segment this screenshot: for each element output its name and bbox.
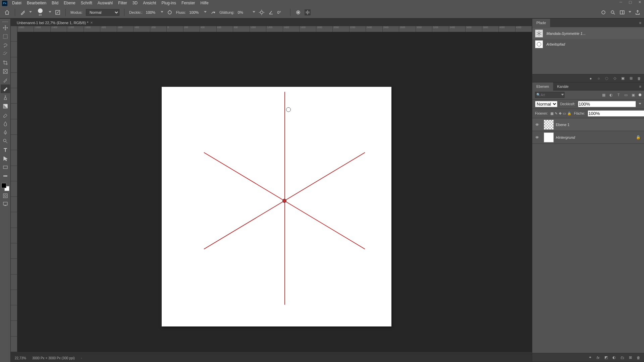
panel-menu-icon[interactable]: ≡: [637, 21, 644, 25]
tool-preset-dropdown[interactable]: [29, 11, 32, 14]
lock-artboard-icon[interactable]: ▭: [563, 112, 566, 115]
workspace-dropdown[interactable]: [629, 11, 631, 14]
type-tool[interactable]: [1, 145, 10, 154]
menu-bild[interactable]: Bild: [49, 0, 61, 6]
share-icon[interactable]: [635, 9, 641, 15]
cloud-docs-icon[interactable]: [600, 9, 606, 15]
flow-input[interactable]: [189, 10, 201, 14]
layer-opacity-input[interactable]: [578, 101, 636, 107]
pressure-size-icon[interactable]: [295, 9, 301, 15]
layer-blend-mode-select[interactable]: Normal: [535, 101, 557, 107]
menu-3d[interactable]: 3D: [130, 0, 140, 6]
pressure-opacity-icon[interactable]: [167, 9, 173, 15]
document-tab[interactable]: Unbenannt-1 bei 22,7% (Ebene 1, RGB/8) *…: [13, 19, 96, 26]
marquee-tool[interactable]: [1, 32, 10, 41]
pen-tool[interactable]: [1, 128, 10, 137]
brush-panel-icon[interactable]: [55, 9, 61, 15]
menu-plugins[interactable]: Plug-ins: [159, 0, 179, 6]
foreground-color[interactable]: [1, 183, 6, 188]
screen-mode-toggle[interactable]: [1, 200, 9, 207]
menu-datei[interactable]: Datei: [9, 0, 24, 6]
channels-tab[interactable]: Kanäle: [553, 82, 573, 90]
fill-path-icon[interactable]: ●: [588, 76, 593, 81]
blur-tool[interactable]: [1, 119, 10, 128]
path-selection-tool[interactable]: [1, 154, 10, 163]
workspace-icon[interactable]: [619, 9, 625, 15]
menu-filter[interactable]: Filter: [115, 0, 130, 6]
brush-settings-dropdown[interactable]: [49, 11, 51, 14]
filter-toggle-icon[interactable]: [639, 94, 641, 96]
path-to-selection-icon[interactable]: ◌: [604, 76, 609, 81]
smoothing-dropdown[interactable]: [253, 11, 255, 14]
home-icon[interactable]: [4, 9, 10, 15]
gradient-tool[interactable]: [1, 102, 10, 111]
minimize-button[interactable]: ─: [618, 0, 624, 4]
delete-path-icon[interactable]: 🗑: [637, 76, 641, 81]
lock-position-icon[interactable]: ✥: [559, 112, 561, 115]
stroke-path-icon[interactable]: ○: [596, 76, 601, 81]
path-item[interactable]: Mandala-Symmetrie 1...: [532, 28, 644, 39]
blend-mode-select[interactable]: Normal: [86, 9, 119, 16]
menu-bearbeiten[interactable]: Bearbeiten: [24, 0, 49, 6]
layers-tab[interactable]: Ebenen: [532, 82, 553, 90]
symmetry-icon[interactable]: [305, 9, 311, 15]
eyedropper-tool[interactable]: [1, 76, 10, 84]
opacity-input[interactable]: [146, 10, 157, 14]
opacity-dropdown[interactable]: [161, 11, 163, 14]
search-icon[interactable]: [610, 9, 616, 15]
adjustment-layer-icon[interactable]: ◐: [612, 355, 616, 360]
close-window-button[interactable]: ✕: [637, 0, 643, 4]
lock-all-icon[interactable]: 🔒: [567, 112, 571, 115]
menu-ebene[interactable]: Ebene: [61, 0, 78, 6]
ruler-horizontal[interactable]: -1800-1600-1400 -1200-1000-800 -600-400-…: [17, 26, 532, 32]
menu-schrift[interactable]: Schrift: [78, 0, 95, 6]
new-path-icon[interactable]: ⊞: [629, 76, 633, 81]
crop-tool[interactable]: [1, 58, 10, 67]
chevron-down-icon[interactable]: [561, 94, 564, 97]
filter-shape-icon[interactable]: ▭: [623, 92, 629, 98]
lasso-tool[interactable]: [1, 41, 10, 50]
brush-tool-button[interactable]: [1, 84, 10, 93]
status-dropdown-icon[interactable]: ›: [81, 356, 82, 360]
toolbox-grip[interactable]: [2, 21, 9, 22]
path-item[interactable]: Arbeitspfad: [532, 39, 644, 50]
flow-dropdown[interactable]: [204, 11, 207, 14]
filter-smart-icon[interactable]: ▣: [631, 92, 636, 98]
lock-transparent-icon[interactable]: ▦: [550, 112, 553, 115]
panel-menu-icon[interactable]: ≡: [637, 84, 644, 88]
brush-tool-icon[interactable]: [20, 9, 26, 15]
fill-input[interactable]: [588, 110, 644, 117]
visibility-toggle-icon[interactable]: 👁: [532, 123, 542, 127]
layer-style-icon[interactable]: fx: [596, 355, 600, 360]
zoom-level[interactable]: 22,73%: [15, 356, 26, 360]
add-mask-icon[interactable]: ▣: [621, 76, 625, 81]
lock-paint-icon[interactable]: ✎: [555, 112, 557, 115]
layer-row[interactable]: 👁 Hintergrund 🔒: [532, 131, 644, 144]
canvas-area[interactable]: [17, 32, 532, 352]
visibility-toggle-icon[interactable]: 👁: [532, 135, 542, 139]
angle-input[interactable]: [277, 10, 285, 14]
airbrush-icon[interactable]: [210, 9, 216, 15]
more-tools[interactable]: [1, 172, 10, 180]
quick-mask-toggle[interactable]: [1, 192, 9, 199]
menu-auswahl[interactable]: Auswahl: [95, 0, 115, 6]
layer-name[interactable]: Hintergrund: [556, 135, 575, 139]
menu-hilfe[interactable]: Hilfe: [198, 0, 211, 6]
frame-tool[interactable]: [1, 67, 10, 76]
layer-name[interactable]: Ebene 1: [556, 123, 570, 127]
layer-thumbnail[interactable]: [544, 120, 554, 130]
close-tab-icon[interactable]: ×: [90, 19, 93, 26]
menu-fenster[interactable]: Fenster: [179, 0, 198, 6]
menu-ansicht[interactable]: Ansicht: [140, 0, 159, 6]
maximize-button[interactable]: ▢: [627, 0, 633, 4]
artboard[interactable]: [162, 87, 391, 326]
filter-pixel-icon[interactable]: ▦: [601, 92, 606, 98]
layer-thumbnail[interactable]: [544, 132, 554, 142]
dodge-tool[interactable]: [1, 137, 10, 145]
new-layer-icon[interactable]: ⊞: [628, 355, 633, 360]
brush-preview[interactable]: 89: [35, 7, 45, 17]
eraser-tool[interactable]: [1, 111, 10, 119]
layer-group-icon[interactable]: 🗀: [620, 355, 625, 360]
color-swatches[interactable]: [1, 183, 9, 191]
wand-tool[interactable]: [1, 50, 10, 58]
